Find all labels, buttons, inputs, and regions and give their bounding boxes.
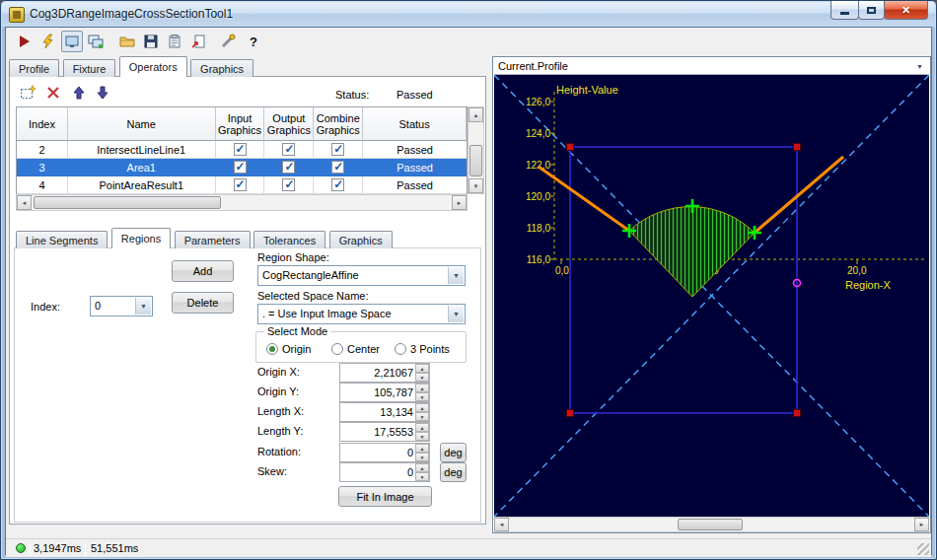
area-region-graphic <box>629 207 755 297</box>
spin-down-icon[interactable]: ▼ <box>415 432 429 441</box>
move-up-button[interactable] <box>69 83 89 103</box>
three-points-radio[interactable] <box>395 343 406 355</box>
total-time: 51,551ms <box>91 542 138 554</box>
column-header-name[interactable]: Name <box>68 107 216 141</box>
copy-results-button[interactable] <box>164 31 185 52</box>
table-row-selected[interactable]: 3 Area1 Passed <box>17 159 467 176</box>
close-button[interactable]: ✕ <box>884 1 928 20</box>
title-bar[interactable]: Cog3DRangeImageCrossSectionTool1 <box>2 2 935 27</box>
spin-up-icon[interactable]: ▲ <box>415 384 429 392</box>
rotation-unit-button[interactable]: deg <box>440 443 467 462</box>
spin-down-icon[interactable]: ▼ <box>415 453 429 461</box>
plot-horizontal-scrollbar[interactable]: ◄ ► <box>494 517 929 532</box>
delete-operator-button[interactable] <box>43 83 63 103</box>
column-header-index[interactable]: Index <box>17 107 68 141</box>
spin-up-icon[interactable]: ▲ <box>415 423 429 432</box>
corner-handle[interactable] <box>567 410 574 417</box>
center-radio[interactable] <box>331 343 343 355</box>
region-index-dropdown[interactable]: 0 ▼ <box>90 296 153 316</box>
tab-fixture[interactable]: Fixture <box>63 59 116 77</box>
column-header-input-graphics[interactable]: Input Graphics <box>216 107 265 141</box>
scroll-down-button[interactable]: ▼ <box>468 178 483 193</box>
corner-handle[interactable] <box>794 410 801 417</box>
input-graphics-checkbox[interactable] <box>234 143 247 156</box>
output-graphics-checkbox[interactable] <box>282 161 295 174</box>
spin-down-icon[interactable]: ▼ <box>415 373 429 382</box>
tab-line-segments[interactable]: Line Segments <box>16 231 108 248</box>
profile-selector-dropdown[interactable]: Current.Profile ▼ <box>494 58 929 75</box>
spin-up-icon[interactable]: ▲ <box>415 444 429 453</box>
spin-down-icon[interactable]: ▼ <box>415 392 429 401</box>
tab-profile[interactable]: Profile <box>9 59 59 77</box>
rotation-spinner: ▲ ▼ <box>339 443 430 462</box>
spin-down-icon[interactable]: ▼ <box>415 412 429 421</box>
scrollbar-thumb[interactable] <box>34 196 221 209</box>
delete-region-button[interactable]: Delete <box>172 292 234 314</box>
scroll-left-button[interactable]: ◄ <box>494 518 509 531</box>
tab-operators[interactable]: Operators <box>119 56 187 77</box>
column-header-output-graphics[interactable]: Output Graphics <box>264 107 314 141</box>
space-name-dropdown[interactable]: . = Use Input Image Space ▼ <box>257 304 466 324</box>
probe-button[interactable] <box>217 31 239 52</box>
app-window: Cog3DRangeImageCrossSectionTool1 ✕ <box>0 0 937 560</box>
spin-up-icon[interactable]: ▲ <box>415 403 429 412</box>
table-vertical-scrollbar[interactable]: ▲ ▼ <box>468 106 484 194</box>
combine-graphics-checkbox[interactable] <box>331 143 344 156</box>
scroll-up-button[interactable]: ▲ <box>468 107 483 122</box>
input-graphics-checkbox[interactable] <box>234 161 247 174</box>
graphics-display-button[interactable] <box>85 31 107 52</box>
table-row[interactable]: 2 IntersectLineLine1 Passed <box>17 141 467 159</box>
column-header-status[interactable]: Status <box>363 107 467 141</box>
scroll-right-button[interactable]: ► <box>452 195 467 210</box>
length-x-input[interactable] <box>340 403 415 421</box>
column-header-combine-graphics[interactable]: Combine Graphics <box>314 107 363 141</box>
skew-input[interactable] <box>340 463 415 481</box>
tab-parameters[interactable]: Parameters <box>175 231 251 248</box>
maximize-button[interactable] <box>858 1 885 20</box>
minimize-button[interactable] <box>830 1 859 20</box>
length-y-input[interactable] <box>340 423 415 441</box>
output-graphics-checkbox[interactable] <box>282 178 295 191</box>
origin-x-input[interactable] <box>340 364 415 382</box>
table-horizontal-scrollbar[interactable]: ◄ ► <box>16 194 468 211</box>
combine-graphics-checkbox[interactable] <box>331 161 344 174</box>
save-file-button[interactable] <box>140 31 162 52</box>
region-shape-dropdown[interactable]: CogRectangleAffine ▼ <box>257 265 466 286</box>
fit-in-image-button[interactable]: Fit In Image <box>338 486 432 507</box>
move-down-button[interactable] <box>93 83 112 103</box>
spin-down-icon[interactable]: ▼ <box>415 472 429 481</box>
scroll-left-button[interactable]: ◄ <box>17 195 32 210</box>
profile-plot[interactable]: Height-Value 126,0 124,0 122,0 120,0 118… <box>494 75 929 517</box>
add-operator-button[interactable] <box>18 83 37 103</box>
corner-handle[interactable] <box>567 144 574 151</box>
spin-up-icon[interactable]: ▲ <box>415 463 429 472</box>
scrollbar-thumb[interactable] <box>678 519 743 530</box>
tab-tolerances[interactable]: Tolerances <box>253 231 325 248</box>
corner-handle[interactable] <box>794 144 801 151</box>
scrollbar-thumb[interactable] <box>469 145 482 176</box>
spin-up-icon[interactable]: ▲ <box>415 364 429 373</box>
origin-y-input[interactable] <box>340 384 415 401</box>
help-button[interactable]: ? <box>243 31 264 52</box>
tab-graphics-sub[interactable]: Graphics <box>329 231 393 248</box>
skew-unit-button[interactable]: deg <box>440 462 467 482</box>
open-file-button[interactable] <box>116 31 138 52</box>
import-button[interactable] <box>187 31 209 52</box>
rotation-label: Rotation: <box>257 446 301 457</box>
origin-radio[interactable] <box>266 343 278 355</box>
region-shape-value: CogRectangleAffine <box>262 269 359 281</box>
trigger-button[interactable] <box>37 31 59 52</box>
run-button[interactable] <box>14 31 36 52</box>
input-graphics-checkbox[interactable] <box>234 178 247 191</box>
scroll-right-button[interactable]: ► <box>914 518 929 531</box>
combine-graphics-checkbox[interactable] <box>331 178 344 191</box>
tab-graphics[interactable]: Graphics <box>190 59 253 77</box>
y-axis-title: Height-Value <box>556 84 618 96</box>
rotation-input[interactable] <box>340 444 415 461</box>
output-graphics-checkbox[interactable] <box>282 143 295 156</box>
resize-grip[interactable] <box>917 543 929 555</box>
display-toggle-button[interactable] <box>61 31 83 52</box>
tab-regions[interactable]: Regions <box>111 228 171 248</box>
table-row[interactable]: 4 PointAreaResult1 Passed <box>17 176 467 194</box>
add-region-button[interactable]: Add <box>172 260 234 282</box>
